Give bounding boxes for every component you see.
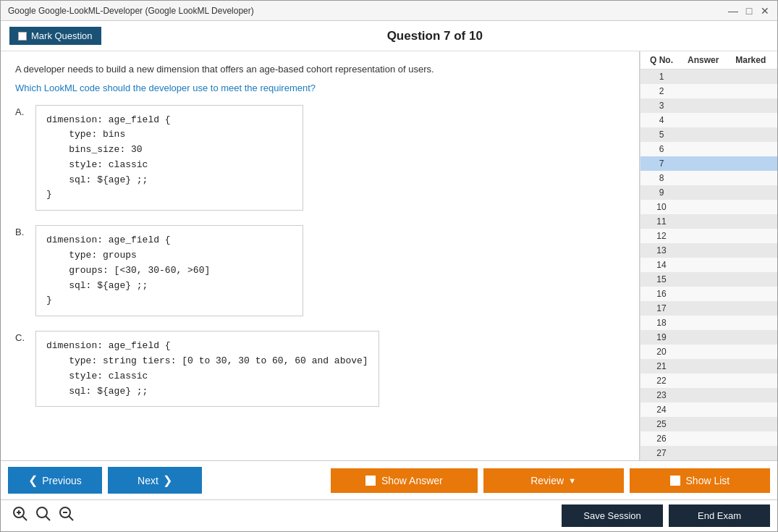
zoom-reset-button[interactable] [33, 506, 54, 525]
show-answer-button[interactable]: Show Answer [331, 468, 477, 493]
option-b[interactable]: B. dimension: age_field { type: groups g… [15, 225, 625, 316]
q-marked [727, 303, 775, 314]
option-a-letter: A. [15, 105, 35, 211]
q-answer [680, 346, 727, 358]
list-item[interactable]: 4 [640, 113, 777, 127]
show-list-checkbox-icon: ✓ [670, 476, 680, 486]
next-chevron-icon: ❯ [163, 473, 172, 487]
q-marked [727, 216, 775, 227]
list-item[interactable]: 1 [640, 69, 777, 84]
question-subtext: Which LookML code should the developer u… [15, 83, 625, 93]
list-item[interactable]: 26 [640, 431, 777, 446]
window-controls: — □ ✕ [728, 6, 770, 16]
maximize-button[interactable]: □ [744, 6, 754, 16]
q-answer [680, 288, 727, 300]
list-item[interactable]: 7 [640, 156, 777, 171]
list-item[interactable]: 8 [640, 171, 777, 185]
list-item[interactable]: 3 [640, 98, 777, 113]
q-num: 2 [643, 85, 680, 97]
q-marked [727, 129, 775, 140]
zoom-in-button[interactable] [9, 506, 31, 525]
list-item[interactable]: 23 [640, 388, 777, 402]
previous-button[interactable]: ❮ Previous [8, 467, 102, 494]
q-answer [680, 158, 727, 169]
q-marked [727, 288, 775, 300]
list-item[interactable]: 10 [640, 200, 777, 214]
q-num: 25 [643, 418, 680, 430]
list-item[interactable]: 24 [640, 402, 777, 417]
q-answer [680, 360, 727, 372]
q-marked [727, 332, 775, 343]
question-area: A developer needs to build a new dimensi… [1, 51, 640, 460]
minimize-button[interactable]: — [728, 6, 738, 16]
list-item[interactable]: 2 [640, 84, 777, 98]
review-button[interactable]: Review ▼ [483, 468, 624, 493]
q-num: 19 [643, 332, 680, 343]
list-item[interactable]: 19 [640, 330, 777, 345]
session-section: Save Session End Exam [554, 500, 777, 531]
list-item[interactable]: 15 [640, 272, 777, 287]
list-item[interactable]: 16 [640, 287, 777, 301]
list-item[interactable]: 27 [640, 446, 777, 460]
q-num: 23 [643, 389, 680, 401]
question-sidebar: Q No. Answer Marked 12345678910111213141… [640, 51, 777, 460]
main-content: A developer needs to build a new dimensi… [1, 51, 777, 460]
list-item[interactable]: 20 [640, 345, 777, 359]
q-answer [680, 317, 727, 329]
list-item[interactable]: 22 [640, 373, 777, 388]
option-a[interactable]: A. dimension: age_field { type: bins bin… [15, 105, 625, 211]
q-answer [680, 187, 727, 198]
q-marked [727, 259, 775, 271]
zoom-out-button[interactable] [56, 506, 77, 525]
list-item[interactable]: 25 [640, 417, 777, 431]
header-qno: Q No. [643, 55, 680, 65]
q-marked [727, 447, 775, 459]
q-num: 9 [643, 187, 680, 198]
q-marked [727, 433, 775, 444]
option-c-code: dimension: age_field { type: string tier… [35, 331, 379, 407]
q-marked [727, 230, 775, 242]
q-num: 20 [643, 346, 680, 358]
list-item[interactable]: 21 [640, 359, 777, 373]
close-button[interactable]: ✕ [760, 6, 770, 16]
q-answer [680, 274, 727, 285]
q-num: 24 [643, 404, 680, 415]
list-item[interactable]: 12 [640, 229, 777, 243]
q-answer [680, 201, 727, 213]
q-num: 16 [643, 288, 680, 300]
q-num: 21 [643, 360, 680, 372]
q-marked [727, 187, 775, 198]
list-item[interactable]: 14 [640, 258, 777, 272]
svg-point-4 [37, 507, 47, 518]
q-marked [727, 375, 775, 387]
application-window: Google Google-LookML-Developer (Google L… [0, 0, 778, 532]
prev-chevron-icon: ❮ [28, 473, 38, 487]
q-num: 7 [643, 158, 680, 169]
q-answer [680, 172, 727, 184]
list-item[interactable]: 5 [640, 127, 777, 142]
q-answer [680, 389, 727, 401]
q-marked [727, 274, 775, 285]
option-c[interactable]: C. dimension: age_field { type: string t… [15, 331, 625, 407]
end-exam-button[interactable]: End Exam [669, 504, 770, 527]
q-num: 14 [643, 259, 680, 271]
list-item[interactable]: 18 [640, 316, 777, 330]
zoom-in-icon [12, 506, 28, 522]
list-item[interactable]: 11 [640, 214, 777, 229]
question-list[interactable]: 1234567891011121314151617181920212223242… [640, 69, 777, 460]
mark-question-button[interactable]: Mark Question [9, 27, 101, 45]
save-session-button[interactable]: Save Session [562, 504, 663, 527]
q-answer [680, 216, 727, 227]
list-item[interactable]: 9 [640, 185, 777, 200]
show-list-button[interactable]: ✓ Show List [630, 468, 770, 493]
list-item[interactable]: 17 [640, 301, 777, 316]
q-answer [680, 303, 727, 314]
next-button[interactable]: Next ❯ [108, 467, 202, 494]
list-item[interactable]: 13 [640, 243, 777, 258]
svg-line-5 [46, 516, 50, 520]
q-num: 13 [643, 245, 680, 256]
q-answer [680, 433, 727, 444]
list-item[interactable]: 6 [640, 142, 777, 156]
review-dropdown-icon: ▼ [568, 476, 576, 485]
q-num: 1 [643, 71, 680, 83]
